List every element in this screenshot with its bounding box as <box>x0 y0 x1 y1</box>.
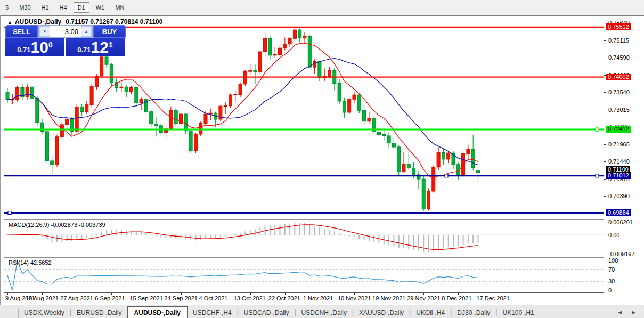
price-tick: 0.73015 <box>608 107 630 113</box>
sell-price-sup: 0 <box>48 40 53 49</box>
price-tick: 0.70390 <box>608 193 630 199</box>
price-tick-mark <box>604 110 606 110</box>
chart-tab-ukoil-h4[interactable]: UKOil-,H4 <box>411 307 450 318</box>
date-label: 6 Sep 2021 <box>95 295 125 301</box>
date-label: 27 Aug 2021 <box>60 295 93 301</box>
sell-button[interactable]: SELL <box>5 25 38 38</box>
rsi-canvas[interactable] <box>4 258 604 292</box>
chart-tab-usdchf-h4[interactable]: USDCHF-,H4 <box>188 307 237 318</box>
chart-tab-usdcad-daily[interactable]: USDCAD-,Daily <box>239 307 295 318</box>
timeframe-button-h1[interactable]: H1 <box>37 2 53 13</box>
rsi-axis-t30: 30 <box>608 278 615 284</box>
buy-price-display[interactable]: 0.71121 <box>66 38 125 56</box>
macd-label: MACD(12,26,9) -0.002873 -0.003739 <box>9 222 105 228</box>
macd-axis-zero: 0.00 <box>608 232 619 238</box>
chart-tab-uk100-h1[interactable]: UK100-,H1 <box>497 307 539 318</box>
volume-increase-icon[interactable]: ▲ <box>81 26 92 37</box>
chart-tab-usdx-weekly[interactable]: USDX,Weekly <box>19 307 70 318</box>
chart-tab-eurusd-daily[interactable]: EURUSD-,Daily <box>71 307 127 318</box>
date-label: 13 Oct 2021 <box>234 295 266 301</box>
price-tick-mark <box>604 92 606 93</box>
chart-left-border <box>4 16 4 292</box>
timeframe-button-mn[interactable]: MN <box>111 2 128 13</box>
price-tick: 0.71965 <box>608 141 630 148</box>
buy-price-big: 12 <box>91 39 109 55</box>
timeframe-button-m30[interactable]: M30 <box>15 2 35 13</box>
rsi-axis-t100: 100 <box>608 257 618 264</box>
chart-tab-bar: USDX,Weekly|EURUSD-,DailyAUDUSD-,DailyUS… <box>0 305 644 318</box>
date-label: 22 Oct 2021 <box>268 295 300 301</box>
price-line-label: 0.75512 <box>606 23 631 30</box>
price-tick-mark <box>604 161 606 162</box>
buy-button[interactable]: BUY <box>93 25 126 38</box>
price-axis[interactable]: 0.756400.751150.745900.740650.735400.730… <box>605 16 644 305</box>
date-label: 18 Aug 2021 <box>26 295 59 301</box>
price-tick-mark <box>604 179 606 180</box>
rsi-axis-t70: 70 <box>608 266 615 273</box>
sell-price-prefix: 0.71 <box>17 46 30 54</box>
chart-title: ▲AUDUSD-,Daily0.71157 0.71267 0.70814 0.… <box>7 18 162 26</box>
tabbar-left-spacer <box>0 309 19 318</box>
price-line-label: 0.69884 <box>606 209 631 216</box>
mt4-window: 5M30H1H4D1W1MN ▲AUDUSD-,Daily0.71157 0.7… <box>0 0 644 318</box>
timeframe-button-d1[interactable]: D1 <box>74 2 89 13</box>
axis-border <box>604 16 604 305</box>
rsi-axis-t0: 0 <box>608 287 612 293</box>
current-price-label: 0.71100 <box>606 166 630 173</box>
sell-price-display[interactable]: 0.71100 <box>5 38 64 56</box>
buy-price-sup: 1 <box>109 40 113 49</box>
date-label: 19 Nov 2021 <box>372 295 405 301</box>
date-label: 10 Nov 2021 <box>338 295 371 301</box>
volume-decrease-icon[interactable]: ▼ <box>39 26 50 37</box>
macd-axis-top: 0.006201 <box>608 219 633 225</box>
timeframe-button-h4[interactable]: H4 <box>55 2 71 13</box>
price-tick: 0.75115 <box>608 37 629 44</box>
toolbar-separator <box>135 2 135 13</box>
timeframe-button-w1[interactable]: W1 <box>92 2 109 13</box>
date-label: 29 Nov 2021 <box>407 295 440 301</box>
chart-tab-dj30-daily[interactable]: DJ30-,Daily <box>452 307 495 318</box>
timeframe-toolbar: 5M30H1H4D1W1MN <box>0 0 644 15</box>
price-tick-mark <box>604 58 606 58</box>
chart-tab-xauusd-daily[interactable]: XAUUSD-,Daily <box>354 307 409 318</box>
macd-axis-bottom: -0.009197 <box>608 251 635 257</box>
date-label: 15 Sep 2021 <box>129 295 162 301</box>
price-tick: 0.71440 <box>608 158 630 165</box>
price-tick-mark <box>604 40 606 41</box>
chart-symbol-label: AUDUSD-,Daily <box>15 18 61 26</box>
date-label: 1 Nov 2021 <box>303 295 333 301</box>
date-label: 4 Oct 2021 <box>199 295 228 301</box>
date-axis[interactable]: 9 Aug 202118 Aug 202127 Aug 20216 Sep 20… <box>4 292 604 305</box>
chart-tab-usdcnh-daily[interactable]: USDCNH-,Daily <box>296 307 352 318</box>
price-line-label: 0.72412 <box>606 126 631 133</box>
chart-window: ▲AUDUSD-,Daily0.71157 0.71267 0.70814 0.… <box>0 15 644 305</box>
one-click-trading-panel: SELL ▼ ▲ BUY 0.71100 0.71121 <box>5 25 126 56</box>
date-label: 8 Dec 2021 <box>442 295 471 301</box>
volume-input[interactable] <box>51 27 80 36</box>
volume-box: ▼ ▲ <box>38 25 93 38</box>
price-tick: 0.74590 <box>608 54 630 61</box>
symbol-marker-icon: ▲ <box>7 20 12 25</box>
date-label: 17 Dec 2021 <box>476 295 509 301</box>
price-line-label: 0.74002 <box>606 74 631 80</box>
price-tick: 0.73540 <box>608 89 630 95</box>
price-tick-mark <box>604 196 606 197</box>
timeframe-button-5[interactable]: 5 <box>1 2 13 13</box>
chart-tab-audusd-daily[interactable]: AUDUSD-,Daily <box>127 306 188 318</box>
rsi-label: RSI(14) 42.5652 <box>9 259 52 266</box>
tab-scroll-arrows-icon[interactable]: ◄ ► <box>617 309 640 315</box>
price-tick-mark <box>604 144 606 145</box>
chart-ohlc-values: 0.71157 0.71267 0.70814 0.71100 <box>66 18 162 26</box>
sell-price-big: 10 <box>31 39 48 55</box>
buy-price-prefix: 0.71 <box>77 46 91 54</box>
date-label: 24 Sep 2021 <box>165 295 198 301</box>
